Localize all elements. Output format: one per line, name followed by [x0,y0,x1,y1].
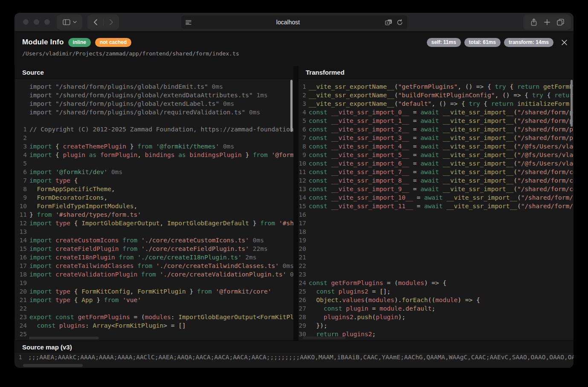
back-button[interactable] [88,15,103,30]
line-number: 25 [15,330,27,338]
line-number: 3 [15,142,27,151]
code-line: 20import type { FormKitConfig, FormKitPl… [15,287,293,296]
line-number: 11 [15,210,27,219]
line-number: 15 [15,244,27,253]
line-number: 19 [15,279,27,287]
line-number: 8 [298,142,306,151]
not-cached-badge: not cached [95,38,131,47]
line-number: 12 [15,219,27,227]
sourcemap-horizontal-scrollbar[interactable] [23,364,83,367]
line-number: 7 [298,134,306,142]
self-time-badge: self: 11ms [427,38,461,47]
code-line: 24 const plugins: Array<FormKitPlugin> =… [15,321,293,330]
sourcemap-code: 1;;;AAEA;AAAkC;AAAA;AAAA;AAAA;AAClC;AAEA… [14,353,574,368]
inline-badge: inline [68,38,91,47]
source-panel-title: Source [15,66,293,79]
line-number: 16 [15,253,27,262]
code-line: 21import type { App } from 'vue' [15,296,293,304]
code-line: import "/shared/form/plugins/global/requ… [15,108,293,116]
code-line: 13const __vite_ssr_import_9__ = await __… [298,185,574,193]
line-number: 24 [298,279,306,287]
browser-window: localhost A x [14,13,574,368]
line-number: 1 [14,353,22,361]
reload-icon[interactable] [397,19,403,26]
code-line: 10 FormFieldTypeImportModules, [15,202,293,210]
line-number: 14 [15,236,27,244]
code-line: 12import type { ImportGlobEagerOutput, I… [15,219,293,227]
zoom-window-button[interactable] [44,19,50,25]
forward-button[interactable] [104,15,119,30]
code-line: 9 FormDecoratorIcons, [15,193,293,202]
traffic-lights [23,19,50,25]
transformed-panel: Transformed 1__vite_ssr_exportName__("ge… [298,66,574,340]
code-panels: Source import "/shared/form/plugins/glob… [14,66,574,340]
code-line: 3__vite_ssr_exportName__("default", () =… [298,99,574,108]
translate-icon[interactable]: A x [385,19,392,26]
line-number: 18 [298,227,306,236]
line-number: 11 [298,168,306,176]
share-icon[interactable] [530,18,537,26]
line-number [15,91,27,99]
code-line: import "/shared/form/plugins/global/exte… [15,91,293,99]
transformed-horizontal-scrollbar[interactable] [303,337,345,339]
line-number: 12 [298,176,306,185]
line-number: 28 [298,313,306,321]
code-line: 2__vite_ssr_exportName__("buildFormKitPl… [298,91,574,99]
line-number: 21 [15,296,27,304]
line-number: 27 [298,304,306,313]
code-line: 15import createFieldPlugin from './core/… [15,244,293,253]
line-number: 8 [15,185,27,193]
source-horizontal-scrollbar[interactable] [29,337,99,339]
line-number: 20 [298,244,306,253]
reader-icon[interactable] [185,19,191,25]
code-line: 23 [298,270,574,279]
sourcemap-section: Source map (v3) 1;;;AAEA;AAAkC;AAAA;AAAA… [14,340,574,368]
line-number: 9 [298,151,306,159]
module-info-header: Module Info inline not cached self: 11ms… [22,37,568,48]
code-line: 20 [298,244,574,253]
line-number: 25 [298,287,306,296]
line-number: 19 [298,236,306,244]
source-panel: Source import "/shared/form/plugins/glob… [15,66,293,340]
minimize-window-button[interactable] [34,19,39,25]
code-line: 10const __vite_ssr_import_6__ = await __… [298,159,574,168]
line-number: 6 [298,125,306,134]
line-number [15,108,27,116]
module-file-path: /Users/vladimir/Projects/zammad/app/fron… [22,50,239,57]
code-line: 6import '@formkit/dev' 0ms [15,168,293,176]
close-window-button[interactable] [23,19,29,25]
toolbar-actions [523,15,571,30]
transformed-vertical-scrollbar[interactable] [571,80,573,127]
source-vertical-scrollbar[interactable] [290,80,293,132]
code-line: 6const __vite_ssr_import_2__ = await __v… [298,125,574,134]
code-line: 24const getFormPlugins = (modules) => { [298,279,574,287]
tab-overview-icon[interactable] [557,19,564,26]
code-line: 11const __vite_ssr_import_7__ = await __… [298,168,574,176]
line-number: 4 [298,108,306,116]
page-title: Module Info [22,38,64,47]
code-line: 15const __vite_ssr_import_11__ = await _… [298,202,574,210]
code-line: 26 Object.values(modules).forEach((modul… [298,296,574,304]
sidebar-toggle-button[interactable] [57,15,82,30]
address-bar[interactable]: localhost A x [181,15,407,29]
code-line: 23export const getFormPlugins = (modules… [15,313,293,321]
code-line: 17 [298,219,574,227]
code-line [15,116,293,125]
code-line: 3import { createThemePlugin } from '@for… [15,142,293,151]
code-line: 16 [298,210,574,219]
close-panel-button[interactable] [561,39,568,46]
line-number: 3 [298,99,306,108]
line-number: 2 [298,91,306,99]
line-number: 10 [298,159,306,168]
code-line: 13 [15,227,293,236]
line-number: 15 [298,202,306,210]
new-tab-icon[interactable] [544,19,550,25]
code-line: 28 plugins2.push(plugin); [298,313,574,321]
code-line: 5const __vite_ssr_import_1__ = await __v… [298,116,574,125]
code-line: 16import createI18nPlugin from './core/c… [15,253,293,262]
code-line: 18import createValidationPlugin from './… [15,270,293,279]
line-number: 1 [298,82,306,91]
sourcemap-title: Source map (v3) [22,343,72,351]
line-number: 21 [298,253,306,262]
line-number: 5 [298,116,306,125]
